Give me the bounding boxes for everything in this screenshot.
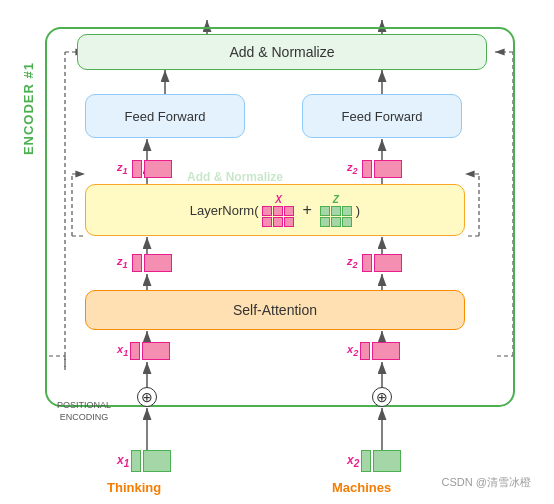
add-normalize-mid-label: Add & Normalize [187, 170, 283, 184]
feed-forward-left: Feed Forward [85, 94, 245, 138]
plus-circle-right: ⊕ [372, 387, 392, 407]
x2-inner-block: x2 [347, 342, 400, 360]
x-label-group: X [262, 194, 294, 227]
z-label-group: Z [320, 194, 352, 227]
encoder-label: ENCODER #1 [21, 62, 36, 155]
word-machines: Machines [332, 480, 391, 495]
watermark: CSDN @清雪冰橙 [442, 475, 531, 490]
self-attention-box: Self-Attention [85, 290, 465, 330]
positional-encoding-label: POSITIONALENCODING [49, 400, 119, 423]
z2-block-mid: z2 [347, 254, 402, 272]
z2-block-top: z2 [347, 160, 402, 178]
x1-inner-block: x1 [117, 342, 170, 360]
z1-block-mid: z1 [117, 254, 172, 272]
x-grid [262, 206, 294, 227]
x1-bottom-block: x1 [117, 450, 171, 472]
add-normalize-top: Add & Normalize [77, 34, 487, 70]
plus-circle-left: ⊕ [137, 387, 157, 407]
z-grid [320, 206, 352, 227]
x2-bottom-block: x2 [347, 450, 401, 472]
feed-forward-right: Feed Forward [302, 94, 462, 138]
z1-block-top: z1 [117, 160, 172, 178]
layernorm-box: LayerNorm( X + Z ) [85, 184, 465, 236]
word-thinking: Thinking [107, 480, 161, 495]
